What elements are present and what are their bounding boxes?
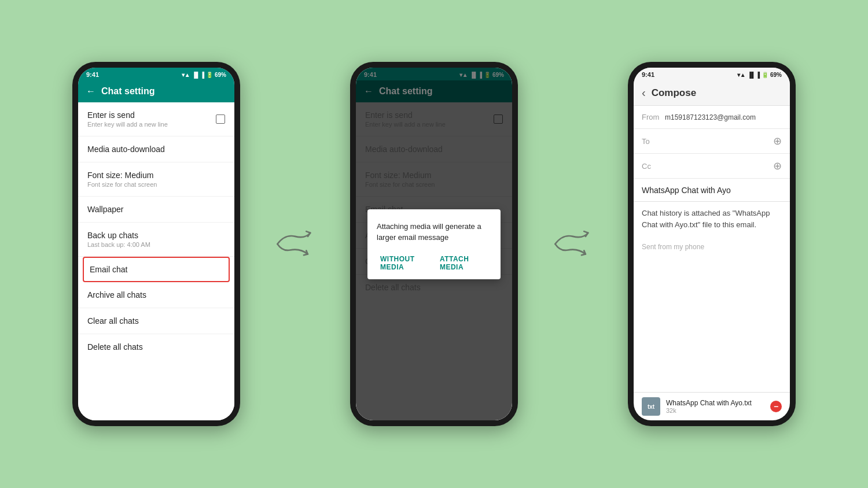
compose-body[interactable]: Chat history is attached as "WhatsApp Ch… xyxy=(634,202,790,392)
phone-1: 9:41 ▾▲ ▐▌▐ 🔋 69% ← Chat setting Enter i… xyxy=(72,62,240,426)
attachment-footer: txt WhatsApp Chat with Ayo.txt 32k − xyxy=(634,392,790,420)
item-title: Back up chats xyxy=(87,231,225,240)
battery-icon: 🔋 xyxy=(206,72,213,78)
signal-icon-3: ▐▌▐ xyxy=(748,72,760,78)
settings-item-archive[interactable]: Archive all chats xyxy=(78,282,234,308)
item-subtitle: Font size for chat screen xyxy=(87,181,225,188)
to-label: To xyxy=(642,137,665,146)
settings-item-font-size[interactable]: Font size: Medium Font size for chat scr… xyxy=(78,162,234,197)
item-title: Wallpaper xyxy=(87,205,225,214)
battery-pct-1: 69% xyxy=(215,72,226,78)
item-title: Clear all chats xyxy=(87,316,225,326)
item-title: Media auto-download xyxy=(87,145,225,154)
phone-3: 9:41 ▾▲ ▐▌▐ 🔋 69% ‹ Compose From m159187… xyxy=(628,62,796,426)
checkbox-enter-is-send[interactable] xyxy=(216,114,225,124)
item-title: Email chat xyxy=(90,265,223,274)
settings-item-wallpaper[interactable]: Wallpaper xyxy=(78,197,234,223)
cc-add-icon[interactable]: ⊕ xyxy=(773,160,782,172)
signal-icon: ▐▌▐ xyxy=(192,72,204,78)
body-footer-text: Sent from my phone xyxy=(642,242,782,252)
to-add-icon[interactable]: ⊕ xyxy=(773,135,782,147)
wifi-icon: ▾▲ xyxy=(182,72,190,78)
attachment-info: WhatsApp Chat with Ayo.txt 32k xyxy=(666,399,764,414)
attachment-size: 32k xyxy=(666,407,764,414)
subject-value: WhatsApp Chat with Ayo xyxy=(642,186,782,195)
app-header-1: ← Chat setting xyxy=(78,80,234,102)
body-text-1: Chat history is attached as "WhatsApp Ch… xyxy=(642,208,782,230)
attachment-name: WhatsApp Chat with Ayo.txt xyxy=(666,399,764,407)
attach-media-button[interactable]: ATTACH MEDIA xyxy=(436,253,491,273)
status-icons-1: ▾▲ ▐▌▐ 🔋 69% xyxy=(182,72,226,78)
subject-field: WhatsApp Chat with Ayo xyxy=(634,179,790,202)
attachment-icon-label: txt xyxy=(648,404,654,410)
arrow-left xyxy=(275,224,315,264)
dialog-message: Attaching media will generate a larger e… xyxy=(377,221,491,243)
compose-header: ‹ Compose xyxy=(634,80,790,106)
attachment-type-icon: txt xyxy=(642,397,660,416)
phone-2: 9:41 ▾▲ ▐▌▐ 🔋 69% ← Chat setting Enter i… xyxy=(350,62,518,426)
from-value: m159187123123@gmail.com xyxy=(665,113,782,121)
page-title-1: Chat setting xyxy=(101,86,155,97)
status-icons-3: ▾▲ ▐▌▐ 🔋 69% xyxy=(737,72,782,78)
back-button-3[interactable]: ‹ xyxy=(642,86,646,99)
settings-item-clear[interactable]: Clear all chats xyxy=(78,308,234,334)
time-3: 9:41 xyxy=(642,71,654,78)
settings-item-email-chat[interactable]: Email chat xyxy=(83,257,230,282)
dialog-overlay: Attaching media will generate a larger e… xyxy=(356,68,512,420)
cc-label: Cc xyxy=(642,162,665,171)
from-field: From m159187123123@gmail.com xyxy=(634,106,790,129)
settings-list-1: Enter is send Enter key will add a new l… xyxy=(78,102,234,420)
status-bar-3: 9:41 ▾▲ ▐▌▐ 🔋 69% xyxy=(634,68,790,80)
item-title: Delete all chats xyxy=(87,342,225,352)
settings-item-backup[interactable]: Back up chats Last back up: 4:00 AM xyxy=(78,223,234,257)
item-subtitle: Last back up: 4:00 AM xyxy=(87,241,225,248)
settings-item-media-auto-download[interactable]: Media auto-download xyxy=(78,136,234,162)
media-dialog: Attaching media will generate a larger e… xyxy=(367,209,501,279)
without-media-button[interactable]: WITHOUT MEDIA xyxy=(377,253,436,273)
item-title: Archive all chats xyxy=(87,290,225,300)
from-label: From xyxy=(642,113,665,121)
battery-icon-3: 🔋 xyxy=(762,72,768,78)
item-subtitle: Enter key will add a new line xyxy=(87,121,225,128)
back-button-1[interactable]: ← xyxy=(86,86,95,97)
status-bar-1: 9:41 ▾▲ ▐▌▐ 🔋 69% xyxy=(78,68,234,80)
wifi-icon-3: ▾▲ xyxy=(737,72,746,78)
time-1: 9:41 xyxy=(86,71,99,78)
item-title: Font size: Medium xyxy=(87,171,225,180)
cc-field[interactable]: Cc ⊕ xyxy=(634,154,790,179)
item-title: Enter is send xyxy=(87,110,225,120)
compose-title: Compose xyxy=(652,87,696,99)
remove-attachment-button[interactable]: − xyxy=(770,401,782,412)
dialog-actions: WITHOUT MEDIA ATTACH MEDIA xyxy=(377,253,491,273)
settings-item-enter-is-send[interactable]: Enter is send Enter key will add a new l… xyxy=(78,102,234,136)
arrow-right xyxy=(553,224,593,264)
to-field[interactable]: To ⊕ xyxy=(634,129,790,154)
settings-item-delete[interactable]: Delete all chats xyxy=(78,334,234,360)
battery-pct-3: 69% xyxy=(770,72,782,78)
